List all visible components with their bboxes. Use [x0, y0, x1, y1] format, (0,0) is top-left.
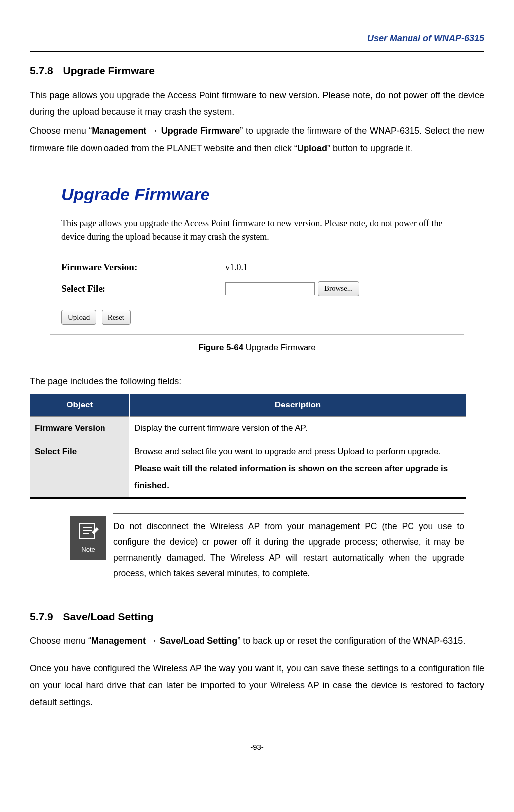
note-text: Do not disconnect the Wireless AP from y…: [113, 513, 464, 587]
td-desc-text: Browse and select file you want to upgra…: [134, 447, 441, 456]
section-578-title: Upgrade Firmware: [63, 65, 155, 76]
td-desc-bold: Please wait till the related information…: [134, 464, 448, 490]
section-579-title: Save/Load Setting: [63, 611, 154, 622]
doc-title: User Manual of WNAP-6315: [30, 30, 484, 47]
shot-divider: [61, 251, 453, 251]
table-header-row: Object Description: [30, 394, 466, 416]
shot-row-fwversion: Firmware Version: v1.0.1: [61, 258, 453, 276]
section-578-heading: 5.7.8 Upgrade Firmware: [30, 61, 484, 81]
figure-text: Upgrade Firmware: [243, 343, 316, 352]
section-579-number: 5.7.9: [30, 611, 53, 622]
th-object: Object: [30, 394, 129, 416]
header-rule: [30, 51, 484, 52]
note-label: Note: [81, 544, 95, 556]
section-578-intro: This page allows you upgrade the Access …: [30, 87, 484, 120]
shot-button-row: Upload Reset: [61, 308, 453, 325]
td-object: Select File: [30, 440, 129, 498]
td-desc: Browse and select file you want to upgra…: [129, 440, 466, 498]
fw-version-label: Firmware Version:: [61, 258, 225, 276]
note-icon: Note: [70, 516, 106, 560]
table-row: Firmware Version Display the current fir…: [30, 416, 466, 440]
menu-pre: Choose menu “: [30, 126, 92, 136]
td-desc: Display the current firmware version of …: [129, 416, 466, 440]
section-578-menu-line: Choose menu “Management → Upgrade Firmwa…: [30, 122, 484, 156]
fields-intro: The page includes the following fields:: [30, 373, 484, 390]
section-579-menu-line: Choose menu “Management → Save/Load Sett…: [30, 632, 484, 649]
browse-button[interactable]: Browse...: [318, 281, 359, 296]
section-578-number: 5.7.8: [30, 65, 53, 76]
th-description: Description: [129, 394, 466, 416]
select-file-label: Select File:: [61, 280, 225, 298]
select-file-input[interactable]: [225, 282, 315, 295]
figure-caption: Figure 5-64 Upgrade Firmware: [30, 340, 484, 356]
section-579-para2: Once you have configured the Wireless AP…: [30, 660, 484, 711]
section-579-heading: 5.7.9 Save/Load Setting: [30, 607, 484, 627]
menu579-pre: Choose menu “: [30, 636, 91, 646]
menu579-post: ” to back up or reset the configuration …: [237, 636, 465, 646]
embedded-screenshot: Upgrade Firmware This page allows you up…: [50, 169, 464, 335]
menu579-bold: Management → Save/Load Setting: [91, 636, 237, 646]
fields-table: Object Description Firmware Version Disp…: [30, 393, 466, 498]
menu-post: ” button to upgrade it.: [327, 143, 412, 153]
table-row: Select File Browse and select file you w…: [30, 440, 466, 498]
fw-version-value: v1.0.1: [225, 259, 248, 276]
td-object: Firmware Version: [30, 416, 129, 440]
page-number: -93-: [30, 740, 484, 755]
note-block: Note Do not disconnect the Wireless AP f…: [70, 513, 464, 587]
menu-bold2: Upload: [297, 143, 327, 153]
reset-button[interactable]: Reset: [102, 310, 131, 325]
menu-bold: Management → Upgrade Firmware: [92, 126, 240, 136]
shot-row-selectfile: Select File: Browse...: [61, 280, 453, 298]
shot-desc: This page allows you upgrade the Access …: [61, 217, 453, 244]
shot-title: Upgrade Firmware: [61, 178, 453, 210]
upload-button[interactable]: Upload: [61, 310, 96, 325]
figure-number: Figure 5-64: [198, 343, 243, 352]
